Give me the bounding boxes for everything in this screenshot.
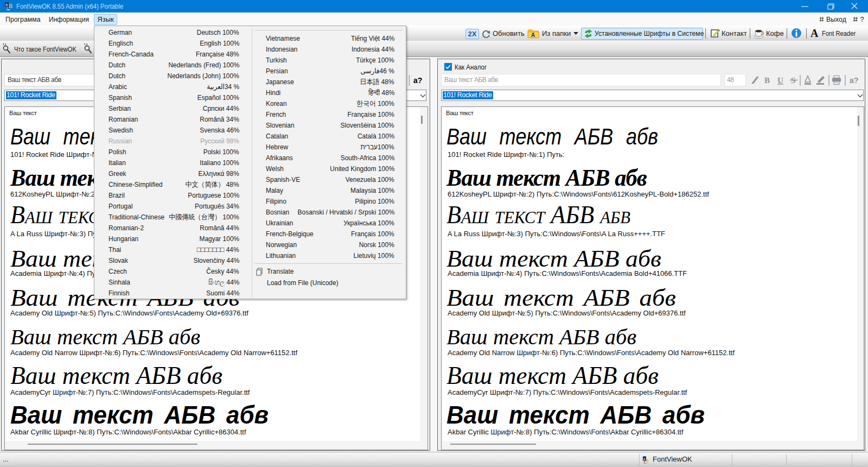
svg-text:U: U [777, 76, 783, 85]
svg-text:B: B [764, 76, 770, 85]
svg-text:A: A [531, 32, 535, 38]
svg-text:a?: a? [850, 76, 858, 85]
svg-text:B: B [9, 3, 12, 9]
svg-text:e: e [646, 458, 649, 463]
